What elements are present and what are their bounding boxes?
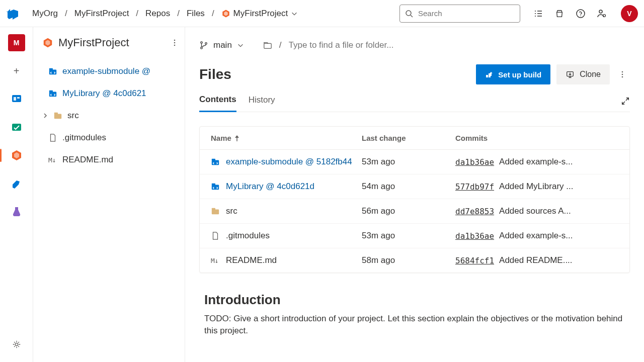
file-table: Name Last change Commits example-submodu… xyxy=(199,126,630,273)
breadcrumb-section[interactable]: Repos xyxy=(145,9,170,19)
column-header-last-change[interactable]: Last change xyxy=(362,134,455,142)
breadcrumb-subsection[interactable]: Files xyxy=(187,9,205,19)
breadcrumb-repo-selector[interactable]: MyFirstProject xyxy=(221,9,298,19)
svg-point-20 xyxy=(201,42,203,44)
svg-rect-31 xyxy=(212,159,215,161)
svg-point-1 xyxy=(577,10,585,18)
table-row[interactable]: .gitmodules 53m ago da1b36aeAdded exampl… xyxy=(200,224,629,248)
tree-title: MyFirstProject xyxy=(58,36,164,49)
rail-project[interactable]: M xyxy=(8,34,25,51)
breadcrumb-org[interactable]: MyOrg xyxy=(32,9,58,19)
chevron-down-icon xyxy=(291,10,298,17)
commit-hash[interactable]: dd7e8853 xyxy=(455,207,494,216)
svg-rect-7 xyxy=(17,97,20,99)
svg-point-0 xyxy=(406,11,411,16)
commit-hash[interactable]: 577db97f xyxy=(455,182,494,192)
rail-settings[interactable] xyxy=(8,336,25,353)
repo-icon xyxy=(221,9,230,18)
tree-item-file[interactable]: M↓ README.md xyxy=(42,149,181,171)
more-vertical-icon xyxy=(171,39,179,47)
svg-point-27 xyxy=(622,71,623,73)
commit-hash[interactable]: da1b36ae xyxy=(455,231,494,241)
markdown-icon: M↓ xyxy=(48,156,57,164)
svg-point-12 xyxy=(174,42,176,44)
readme-body: TODO: Give a short introduction of your … xyxy=(204,313,625,337)
readme-preview: Introduction TODO: Give a short introduc… xyxy=(199,292,630,337)
svg-rect-5 xyxy=(12,95,21,102)
tree-item-folder[interactable]: src xyxy=(42,105,181,127)
clone-button[interactable]: Clone xyxy=(556,64,610,84)
table-row[interactable]: MyLibrary @ 4c0d621d 54m ago 577db97fAdd… xyxy=(200,174,629,199)
table-row[interactable]: example-submodule @ 5182fb44 53m ago da1… xyxy=(200,150,629,174)
svg-rect-8 xyxy=(12,124,21,131)
readme-heading: Introduction xyxy=(204,292,625,308)
tab-history[interactable]: History xyxy=(249,95,275,111)
marketplace-icon[interactable] xyxy=(554,9,565,19)
chevron-down-icon xyxy=(237,42,244,49)
svg-rect-17 xyxy=(49,90,53,93)
submodule-icon xyxy=(48,67,57,76)
svg-point-29 xyxy=(622,76,623,78)
commit-hash[interactable]: da1b36ae xyxy=(455,157,494,167)
tree-item-submodule[interactable]: MyLibrary @ 4c0d621 xyxy=(42,82,181,105)
fullscreen-button[interactable] xyxy=(621,97,630,110)
markdown-icon: M↓ xyxy=(211,257,220,264)
svg-point-22 xyxy=(205,43,207,45)
submodule-icon xyxy=(211,157,220,166)
user-settings-icon[interactable] xyxy=(597,9,607,19)
rail-add[interactable]: + xyxy=(8,62,25,79)
more-vertical-icon xyxy=(618,70,626,78)
svg-rect-35 xyxy=(212,208,215,210)
table-row[interactable]: M↓ README.md 58m ago 5684fcf1Added READM… xyxy=(200,248,629,273)
svg-point-10 xyxy=(15,343,18,345)
branch-selector[interactable]: main xyxy=(199,40,244,50)
svg-rect-32 xyxy=(212,185,219,190)
column-header-commits[interactable]: Commits xyxy=(455,134,618,142)
folder-icon xyxy=(53,111,62,120)
path-input[interactable] xyxy=(289,40,460,50)
svg-point-21 xyxy=(201,47,203,49)
svg-point-9 xyxy=(14,186,16,188)
help-icon[interactable] xyxy=(576,9,586,19)
rail-repos[interactable] xyxy=(8,147,25,164)
svg-point-3 xyxy=(599,10,602,13)
main-more-button[interactable] xyxy=(615,64,630,84)
tree-more-button[interactable] xyxy=(169,37,181,49)
avatar[interactable]: V xyxy=(621,5,638,22)
submodule-icon xyxy=(211,182,220,191)
breadcrumb-project[interactable]: MyFirstProject xyxy=(74,9,129,19)
azure-devops-logo[interactable] xyxy=(6,8,18,20)
page-title: Files xyxy=(199,66,476,82)
svg-rect-15 xyxy=(49,68,53,70)
svg-rect-19 xyxy=(54,113,58,115)
tree-item-file[interactable]: .gitmodules xyxy=(42,127,181,149)
svg-rect-30 xyxy=(212,160,219,165)
column-header-name[interactable]: Name xyxy=(211,134,362,142)
rail-pipelines[interactable] xyxy=(8,175,25,192)
search-input[interactable] xyxy=(399,5,520,23)
folder-outline-icon xyxy=(263,41,272,50)
file-icon xyxy=(48,133,57,142)
tab-contents[interactable]: Contents xyxy=(199,95,236,112)
svg-point-11 xyxy=(174,40,176,41)
rail-overview[interactable] xyxy=(8,90,25,108)
sort-asc-icon xyxy=(234,135,239,141)
svg-rect-16 xyxy=(49,92,56,97)
svg-rect-23 xyxy=(264,43,271,48)
svg-point-13 xyxy=(174,45,176,46)
build-icon xyxy=(485,70,493,78)
rail-test-plans[interactable] xyxy=(8,203,25,220)
chevron-right-icon xyxy=(42,113,48,119)
rail-boards[interactable] xyxy=(8,119,25,136)
svg-rect-25 xyxy=(489,73,491,77)
svg-rect-18 xyxy=(54,114,61,119)
svg-point-28 xyxy=(622,74,623,75)
tree-item-submodule[interactable]: example-submodule @ xyxy=(42,60,181,82)
svg-rect-24 xyxy=(486,75,488,77)
commit-hash[interactable]: 5684fcf1 xyxy=(455,256,494,265)
work-items-icon[interactable] xyxy=(533,9,543,19)
svg-rect-6 xyxy=(14,97,16,101)
setup-build-button[interactable]: Set up build xyxy=(476,64,550,84)
table-row[interactable]: src 56m ago dd7e8853Added sources A... xyxy=(200,199,629,224)
expand-icon xyxy=(621,97,630,106)
